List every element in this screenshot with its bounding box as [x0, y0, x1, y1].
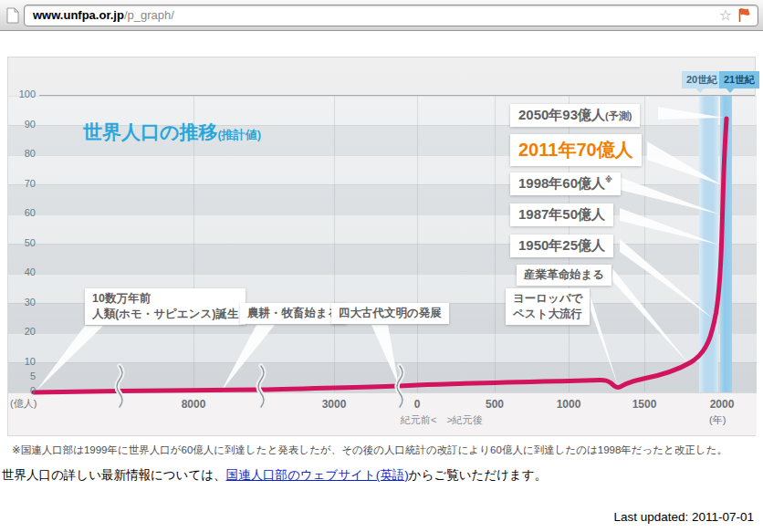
- era-label: 紀元前< >紀元後: [401, 413, 528, 427]
- tab-pointer-20c: [695, 88, 705, 93]
- x-tick-label: 1000: [541, 398, 596, 411]
- y-tick-label: 40: [8, 266, 36, 277]
- y-tick-label: 20: [8, 326, 36, 337]
- x-unit-label: (年): [709, 413, 726, 427]
- annotation-homo-sapiens: 10数万年前人類(ホモ・サピエンス)誕生: [85, 288, 246, 325]
- annotation-four-civilizations: 四大古代文明の発展: [331, 303, 449, 324]
- url-path: /p_graph/: [124, 8, 174, 22]
- un-population-link[interactable]: 国連人口部のウェブサイト(英語): [226, 468, 409, 482]
- page-icon: [6, 7, 19, 27]
- annotation-homo-line2: 人類(ホモ・サピエンス)誕生: [92, 308, 238, 320]
- url-text: www.unfpa.or.jp/p_graph/: [33, 8, 174, 22]
- address-bar[interactable]: www.unfpa.or.jp/p_graph/ ☆: [24, 5, 758, 26]
- population-chart-panel: 世界人口の推移(推計値) 20世紀 21世紀 100 90 80 70 60 5…: [7, 57, 756, 436]
- info-line-pre: 世界人口の詳しい最新情報については、: [2, 468, 226, 482]
- y-tick-label: 90: [8, 119, 36, 130]
- y-tick-label: 5: [8, 370, 36, 381]
- url-host: www.unfpa.or.jp: [33, 8, 124, 22]
- tab-pointer-21c: [726, 88, 735, 93]
- chart-overlay-svg: [8, 57, 757, 437]
- y-tick-label: 0: [8, 385, 36, 396]
- annotation-1950: 1950年25億人: [510, 235, 613, 257]
- page: www.unfpa.or.jp/p_graph/ ☆: [0, 0, 763, 532]
- chart-title-main: 世界人口の推移: [83, 121, 218, 142]
- y-tick-label: 30: [8, 297, 36, 308]
- annotation-2050: 2050年93億人(予測): [510, 104, 640, 127]
- info-line-post: からご覧いただけます。: [409, 468, 547, 482]
- y-tick-label: 50: [8, 237, 36, 248]
- flag-icon[interactable]: [736, 7, 751, 27]
- annotation-1998-text: 1998年60億人: [518, 175, 605, 191]
- y-tick-label: 80: [8, 148, 36, 159]
- x-tick-label: 1500: [617, 398, 672, 411]
- info-line: 世界人口の詳しい最新情報については、国連人口部のウェブサイト(英語)からご覧いた…: [2, 467, 547, 484]
- annotation-plague: ヨーロッパでペスト大流行: [506, 288, 590, 325]
- annotation-2050-suffix: (予測): [605, 110, 632, 121]
- y-tick-label: 100: [8, 89, 36, 99]
- browser-toolbar: www.unfpa.or.jp/p_graph/ ☆: [0, 0, 763, 31]
- annotation-homo-line1: 10数万年前: [92, 292, 151, 305]
- tab-20th-century: 20世紀: [682, 71, 722, 89]
- last-updated: Last updated: 2011-07-01: [613, 510, 754, 524]
- footnote-text: ※国連人口部は1999年に世界人口が60億人に到達したと発表したが、その後の人口…: [12, 443, 753, 457]
- annotation-industrial-revolution: 産業革命始まる: [517, 265, 611, 286]
- bookmark-star-icon[interactable]: ☆: [719, 5, 732, 26]
- y-tick-label: 70: [8, 178, 36, 189]
- y-tick-label: 10: [8, 356, 36, 367]
- annotation-2011: 2011年70億人: [510, 134, 642, 166]
- annotation-1998-footnote-mark: ※: [605, 176, 612, 184]
- x-tick-label: 2000: [695, 398, 749, 411]
- chart-title: 世界人口の推移(推計値): [83, 120, 261, 145]
- chart-title-suffix: (推計値): [218, 128, 262, 141]
- x-tick-label: 0: [390, 398, 444, 411]
- x-tick-label: 500: [467, 398, 522, 411]
- annotation-1987: 1987年50億人: [510, 203, 613, 226]
- y-tick-label: 60: [8, 207, 36, 218]
- y-unit-label: (億人): [10, 397, 37, 411]
- x-tick-label: 8000: [166, 398, 221, 411]
- annotation-2050-text: 2050年93億人: [518, 107, 605, 122]
- annotation-plague-line2: ペスト大流行: [513, 308, 582, 320]
- annotation-plague-line1: ヨーロッパで: [513, 292, 582, 305]
- tab-21st-century: 21世紀: [719, 71, 759, 89]
- annotation-1998: 1998年60億人※: [510, 172, 621, 195]
- x-tick-label: 3000: [307, 398, 361, 411]
